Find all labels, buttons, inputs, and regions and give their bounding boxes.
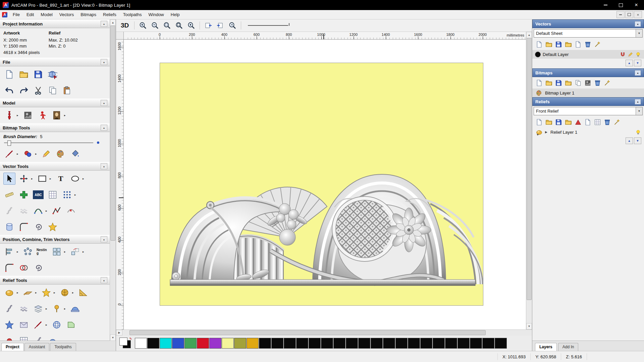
measure-tool-icon[interactable] (3, 189, 15, 201)
calculate-relief-icon[interactable] (574, 118, 582, 126)
ball-relief-icon[interactable] (47, 335, 59, 341)
import-vectors-icon[interactable] (564, 40, 572, 48)
select-vectors-icon[interactable] (3, 173, 15, 185)
palette-colour-23[interactable] (420, 338, 432, 349)
stroke-width-handle[interactable] (289, 23, 289, 26)
new-relief-layer-icon[interactable] (535, 118, 543, 126)
canvas-vertical-scrollbar[interactable]: ▲ ▼ (526, 32, 532, 329)
palette-colour-9[interactable] (247, 338, 259, 349)
collapse-section-button[interactable]: ▲ (635, 21, 641, 27)
palette-colour-12[interactable] (284, 338, 296, 349)
create-polyline-icon[interactable] (51, 205, 63, 217)
extrude-tool-icon[interactable] (3, 221, 15, 233)
tab-add-in[interactable]: Add In (558, 343, 579, 351)
model-figure-icon[interactable] (36, 109, 48, 121)
flyout-arrow-icon[interactable]: ▸ (83, 250, 85, 253)
offset-tool-icon[interactable] (32, 221, 44, 233)
smooth-curve-icon[interactable] (18, 205, 30, 217)
canvas-horizontal-scrollbar[interactable]: ▶ (116, 329, 532, 336)
palette-colour-4[interactable] (184, 338, 197, 349)
toggle-3d-view-button[interactable]: 3D (119, 22, 131, 29)
h-ruler[interactable]: millimetres 0200400600800100012001400160… (123, 32, 526, 40)
flyout-arrow-icon[interactable]: ▸ (46, 323, 48, 326)
palette-colour-25[interactable] (445, 338, 457, 349)
wave-relief-icon[interactable] (32, 335, 44, 341)
scroll-up-button[interactable]: ▲ (526, 32, 532, 38)
palette-colour-24[interactable] (433, 338, 445, 349)
dot-relief-icon[interactable] (3, 335, 15, 341)
tab-layers[interactable]: Layers (535, 343, 557, 351)
tab-assistant[interactable]: Assistant (24, 343, 50, 351)
spiral-tool-icon[interactable] (32, 262, 44, 274)
layer-visibility-icon[interactable] (635, 51, 641, 58)
vector-layer-row[interactable]: Default Layer (532, 50, 644, 59)
create-rectangle-icon[interactable] (36, 173, 48, 185)
collapse-section-button[interactable]: ▲ (101, 100, 107, 106)
new-model-icon[interactable] (3, 68, 15, 80)
menu-reliefs[interactable]: Reliefs (100, 10, 120, 19)
scrollbar-thumb[interactable] (110, 25, 115, 241)
open-relief-layer-icon[interactable] (545, 118, 553, 126)
save-vector-layer-icon[interactable] (554, 40, 562, 48)
flyout-arrow-icon[interactable]: ▸ (46, 307, 48, 310)
palette-colour-18[interactable] (358, 338, 370, 349)
doc-restore-button[interactable] (625, 11, 633, 18)
canvas-2d-view[interactable] (160, 63, 483, 306)
palette-colour-17[interactable] (346, 338, 358, 349)
draw-pencil-icon[interactable] (40, 148, 52, 160)
collapse-section-button[interactable]: ▲ (101, 236, 107, 242)
open-vector-layer-icon[interactable] (545, 40, 553, 48)
palette-colour-16[interactable] (333, 338, 345, 349)
collapse-section-button[interactable]: ▲ (635, 99, 641, 105)
chevron-down-icon[interactable]: ▼ (636, 29, 642, 37)
menu-model[interactable]: Model (37, 10, 56, 19)
primary-colour[interactable] (119, 338, 127, 346)
star-relief-icon[interactable] (3, 319, 15, 331)
assistant-panel-scrollbar[interactable]: ▲ ▼ (110, 19, 116, 341)
relief-layer-row[interactable]: ▶ Relief Layer 1 (532, 128, 644, 136)
scrollbar-thumb[interactable] (527, 38, 532, 300)
palette-colour-19[interactable] (371, 338, 383, 349)
save-relief-layer-icon[interactable] (554, 118, 562, 126)
zoom-in-icon[interactable] (138, 20, 148, 31)
zoom-page-icon[interactable] (174, 20, 184, 31)
bitmap-layer-row[interactable]: Bitmap Layer 1 (532, 88, 644, 97)
node-editing-icon[interactable] (65, 205, 77, 217)
flyout-arrow-icon[interactable]: ▸ (31, 177, 34, 180)
palette-colour-3[interactable] (172, 338, 184, 349)
vector-sheet-dropdown[interactable]: Default Sheet ▼ (534, 29, 643, 38)
layer-colour-swatch[interactable] (535, 52, 541, 57)
pin-relief-icon[interactable] (51, 303, 63, 315)
colour-palette-icon[interactable] (55, 148, 67, 160)
save-model-icon[interactable] (32, 68, 44, 80)
merge-layers-icon[interactable] (603, 79, 611, 87)
flyout-arrow-icon[interactable]: ▸ (35, 152, 38, 156)
sweep-profile-icon[interactable] (3, 303, 15, 315)
flyout-arrow-icon[interactable]: ▸ (17, 152, 19, 156)
palette-colour-14[interactable] (309, 338, 321, 349)
palette-colour-29[interactable] (495, 338, 507, 349)
delete-layer-icon[interactable] (603, 118, 611, 126)
import-model-icon[interactable] (47, 68, 59, 80)
zoom-out-icon[interactable] (150, 20, 160, 31)
import-relief-icon[interactable] (564, 118, 572, 126)
minimize-button[interactable] (598, 0, 613, 10)
weave-wizard-icon[interactable] (18, 303, 30, 315)
paint-brush-icon[interactable] (3, 148, 15, 160)
palette-colour-2[interactable] (160, 338, 172, 349)
collapse-section-button[interactable]: ▲ (101, 163, 107, 169)
doc-minimize-button[interactable] (616, 11, 625, 18)
join-vectors-icon[interactable] (3, 262, 15, 274)
save-bitmap-layer-icon[interactable] (554, 79, 562, 87)
stroke-width-preview[interactable] (248, 25, 288, 26)
edit-layer-icon[interactable] (627, 51, 634, 58)
menu-vectors[interactable]: Vectors (56, 10, 77, 19)
dome-relief-icon[interactable] (69, 303, 81, 315)
fillet-tool-icon[interactable] (18, 221, 30, 233)
scroll-down-button[interactable]: ▼ (110, 335, 116, 341)
palette-colour-21[interactable] (395, 338, 408, 349)
brush-diameter-slider[interactable] (3, 140, 107, 146)
undo-icon[interactable] (3, 84, 15, 97)
merge-layers-icon[interactable] (593, 40, 601, 48)
relief-grid-icon[interactable] (593, 118, 601, 126)
